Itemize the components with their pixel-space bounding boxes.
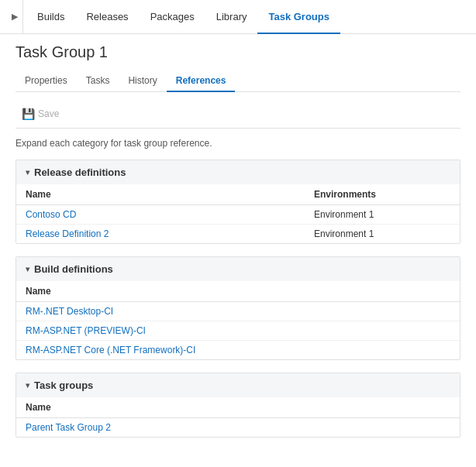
section-header-task-groups[interactable]: ▾Task groups [16,373,460,397]
save-button[interactable]: 💾 Save [16,105,65,123]
sections-container: ▾Release definitionsNameEnvironmentsCont… [16,160,460,438]
nav-item-library[interactable]: Library [205,0,258,34]
row-link[interactable]: RM-ASP.NET Core (.NET Framework)-CI [26,345,195,355]
table-row: Contoso CDEnvironment 1 [16,205,460,225]
ref-table-task-groups: NameParent Task Group 2 [16,397,460,437]
tab-history[interactable]: History [119,70,166,92]
section-task-groups: ▾Task groupsNameParent Task Group 2 [16,373,460,438]
ref-table-build-definitions: NameRM-.NET Desktop-CIRM-ASP.NET (PREVIE… [16,281,460,359]
section-build-definitions: ▾Build definitionsNameRM-.NET Desktop-CI… [16,256,460,360]
sub-tabs: PropertiesTasksHistoryReferences [16,70,460,92]
section-title: Build definitions [34,263,113,275]
top-nav: ▶ BuildsReleasesPackagesLibraryTask Grou… [0,0,476,34]
section-title: Release definitions [34,167,126,178]
chevron-down-icon: ▾ [26,381,29,390]
chevron-down-icon: ▾ [26,168,29,177]
tab-properties[interactable]: Properties [16,70,77,92]
section-header-release-definitions[interactable]: ▾Release definitions [16,160,460,184]
page-title: Task Group 1 [16,43,460,61]
nav-item-builds[interactable]: Builds [26,0,75,34]
row-env: Environment 1 [305,225,460,244]
section-title: Task groups [34,379,93,391]
save-icon: 💾 [22,108,35,120]
section-release-definitions: ▾Release definitionsNameEnvironmentsCont… [16,160,460,244]
table-row: Parent Task Group 2 [16,418,460,438]
row-link[interactable]: RM-ASP.NET (PREVIEW)-CI [26,325,146,336]
nav-item-releases[interactable]: Releases [75,0,139,34]
sidebar-toggle-icon: ▶ [12,12,18,22]
table-row: RM-.NET Desktop-CI [16,302,460,321]
table-row: RM-ASP.NET (PREVIEW)-CI [16,321,460,341]
row-link[interactable]: RM-.NET Desktop-CI [26,306,113,317]
ref-table-release-definitions: NameEnvironmentsContoso CDEnvironment 1R… [16,184,460,243]
toolbar: 💾 Save [16,100,460,129]
content-area: Task Group 1 PropertiesTasksHistoryRefer… [0,34,476,467]
nav-item-packages[interactable]: Packages [140,0,205,34]
tab-references[interactable]: References [167,70,236,92]
col-header: Name [16,397,460,418]
row-link[interactable]: Release Definition 2 [26,228,109,239]
section-header-build-definitions[interactable]: ▾Build definitions [16,257,460,281]
col-header: Environments [305,184,460,205]
table-row: RM-ASP.NET Core (.NET Framework)-CI [16,341,460,360]
col-header: Name [16,281,460,302]
main-content: Task Group 1 PropertiesTasksHistoryRefer… [0,34,476,467]
nav-item-task-groups[interactable]: Task Groups [257,0,340,34]
instruction-text: Expand each category for task group refe… [16,138,460,149]
row-link[interactable]: Contoso CD [26,209,76,220]
table-row: Release Definition 2Environment 1 [16,225,460,244]
row-env: Environment 1 [305,205,460,225]
sidebar-toggle[interactable]: ▶ [6,0,23,34]
row-link[interactable]: Parent Task Group 2 [26,422,111,433]
tab-tasks[interactable]: Tasks [77,70,119,92]
save-label: Save [38,108,59,119]
col-header: Name [16,184,305,205]
chevron-down-icon: ▾ [26,265,29,273]
